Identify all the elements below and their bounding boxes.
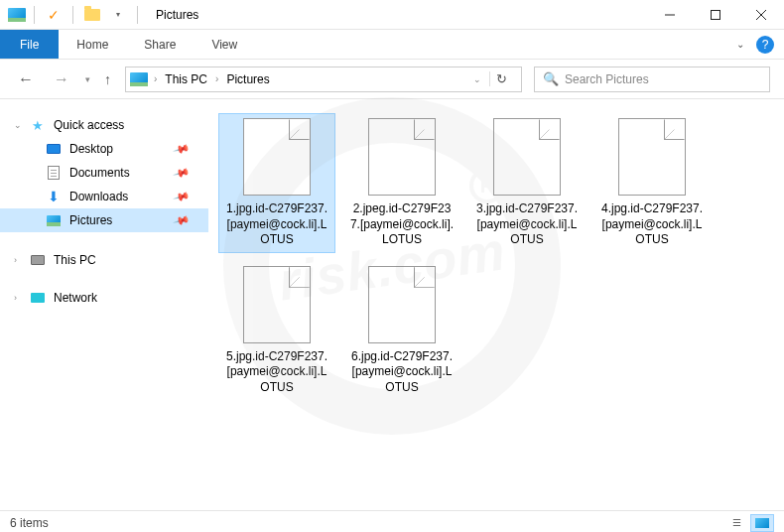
star-icon: ★	[32, 118, 44, 133]
file-icon	[368, 266, 436, 343]
sidebar-desktop[interactable]: Desktop 📌	[0, 137, 208, 161]
search-placeholder: Search Pictures	[565, 72, 649, 86]
file-icon	[618, 118, 686, 196]
details-view-icon: ☰	[732, 517, 741, 528]
recent-locations-button[interactable]: ▾	[85, 74, 90, 84]
file-name: 6.jpg.id-C279F237.[paymei@cock.li].LOTUS	[348, 349, 456, 396]
file-tab[interactable]: File	[0, 30, 59, 59]
file-icon	[243, 266, 311, 343]
back-button[interactable]: ←	[14, 68, 38, 90]
window-title: Pictures	[156, 8, 198, 22]
home-tab[interactable]: Home	[59, 30, 126, 59]
file-name: 1.jpg.id-C279F237.[paymei@cock.li].LOTUS	[223, 201, 330, 248]
qat-properties-button[interactable]: ✓	[43, 4, 65, 26]
body-area: ⌄ ★ Quick access Desktop 📌 Documents 📌 ⬇…	[0, 99, 784, 510]
statusbar: 6 items ☰	[0, 510, 784, 532]
sidebar-item-label: Quick access	[54, 118, 124, 132]
file-icon	[368, 118, 436, 196]
item-count: 6 items	[10, 516, 49, 530]
sidebar-item-label: This PC	[54, 253, 96, 267]
desktop-icon	[47, 144, 61, 154]
qat-separator	[72, 6, 73, 24]
file-name: 4.jpg.id-C279F237.[paymei@cock.li].LOTUS	[598, 201, 706, 248]
minimize-button[interactable]	[647, 0, 693, 30]
ribbon-collapse-button[interactable]: ⌄	[736, 39, 744, 50]
network-icon	[31, 293, 45, 303]
chevron-down-icon: ▾	[116, 10, 120, 19]
maximize-icon	[711, 10, 720, 20]
breadcrumb-current[interactable]: Pictures	[224, 70, 271, 88]
maximize-button[interactable]	[693, 0, 738, 30]
address-history-button[interactable]: ⌄	[473, 74, 481, 84]
file-icon	[243, 118, 311, 196]
up-button[interactable]: ↑	[102, 69, 113, 89]
sidebar-item-label: Documents	[69, 166, 130, 180]
expand-icon[interactable]: ›	[14, 293, 17, 303]
qat-separator	[137, 6, 138, 24]
refresh-button[interactable]: ↻	[489, 71, 513, 86]
file-name: 2.jpeg.id-C279F237.[paymei@cock.li].LOTU…	[348, 201, 456, 248]
file-name: 3.jpg.id-C279F237.[paymei@cock.li].LOTUS	[473, 201, 581, 248]
address-bar[interactable]: › This PC › Pictures ⌄ ↻	[125, 66, 522, 92]
window-controls	[647, 0, 784, 30]
share-tab[interactable]: Share	[126, 30, 194, 59]
location-icon	[130, 72, 148, 86]
search-input[interactable]: 🔍 Search Pictures	[534, 66, 770, 92]
large-icons-view-icon	[755, 518, 769, 528]
close-button[interactable]	[738, 0, 784, 30]
svg-rect-1	[712, 11, 720, 20]
expand-icon[interactable]: ›	[14, 255, 17, 265]
folder-icon	[84, 9, 100, 21]
sidebar-item-label: Desktop	[69, 142, 113, 156]
sidebar-quick-access[interactable]: ⌄ ★ Quick access	[0, 113, 208, 137]
close-icon	[756, 10, 766, 20]
sidebar-downloads[interactable]: ⬇ Downloads 📌	[0, 185, 208, 208]
chevron-right-icon[interactable]: ›	[154, 73, 157, 84]
file-item[interactable]: 6.jpg.id-C279F237.[paymei@cock.li].LOTUS	[343, 261, 460, 401]
navbar: ← → ▾ ↑ › This PC › Pictures ⌄ ↻ 🔍 Searc…	[0, 60, 784, 99]
search-icon: 🔍	[543, 71, 559, 86]
pin-icon: 📌	[173, 211, 192, 229]
qat-customize-button[interactable]: ▾	[107, 4, 129, 26]
breadcrumb-root[interactable]: This PC	[163, 70, 209, 88]
file-item[interactable]: 4.jpg.id-C279F237.[paymei@cock.li].LOTUS	[593, 113, 711, 253]
check-icon: ✓	[48, 7, 60, 23]
ribbon: File Home Share View ⌄ ?	[0, 30, 784, 60]
details-view-button[interactable]: ☰	[724, 514, 748, 532]
document-icon	[48, 166, 60, 180]
sidebar-pictures[interactable]: Pictures 📌	[0, 208, 208, 232]
app-icon	[8, 8, 26, 22]
file-icon	[493, 118, 561, 196]
expand-icon[interactable]: ⌄	[14, 120, 22, 130]
titlebar: ✓ ▾ Pictures	[0, 0, 784, 30]
chevron-right-icon[interactable]: ›	[215, 73, 218, 84]
sidebar-this-pc[interactable]: › This PC	[0, 248, 208, 272]
help-button[interactable]: ?	[756, 36, 774, 54]
sidebar-item-label: Pictures	[69, 213, 112, 227]
sidebar-item-label: Network	[54, 291, 97, 305]
sidebar-documents[interactable]: Documents 📌	[0, 161, 208, 185]
file-item[interactable]: 2.jpeg.id-C279F237.[paymei@cock.li].LOTU…	[343, 113, 460, 253]
large-icons-view-button[interactable]	[750, 514, 774, 532]
minimize-icon	[665, 10, 675, 20]
navigation-pane: ⌄ ★ Quick access Desktop 📌 Documents 📌 ⬇…	[0, 99, 208, 510]
file-list[interactable]: 1.jpg.id-C279F237.[paymei@cock.li].LOTUS…	[208, 99, 784, 510]
pin-icon: 📌	[173, 164, 192, 182]
qat-separator	[34, 6, 35, 24]
sidebar-network[interactable]: › Network	[0, 286, 208, 310]
file-item[interactable]: 3.jpg.id-C279F237.[paymei@cock.li].LOTUS	[468, 113, 586, 253]
pin-icon: 📌	[173, 140, 192, 158]
pictures-icon	[47, 215, 61, 226]
pin-icon: 📌	[173, 188, 192, 205]
file-item[interactable]: 5.jpg.id-C279F237.[paymei@cock.li].LOTUS	[218, 261, 335, 401]
forward-button[interactable]: →	[50, 68, 73, 90]
pc-icon	[31, 255, 45, 265]
sidebar-item-label: Downloads	[69, 190, 128, 203]
download-icon: ⬇	[48, 189, 60, 204]
view-tab[interactable]: View	[194, 30, 255, 59]
file-name: 5.jpg.id-C279F237.[paymei@cock.li].LOTUS	[223, 349, 330, 396]
file-item[interactable]: 1.jpg.id-C279F237.[paymei@cock.li].LOTUS	[218, 113, 335, 253]
qat-new-folder-button[interactable]	[81, 4, 103, 26]
